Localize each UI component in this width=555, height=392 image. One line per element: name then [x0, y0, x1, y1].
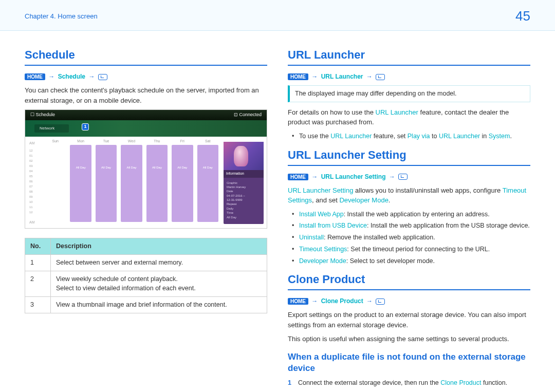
page-header: Chapter 4. Home screen 45	[0, 0, 555, 31]
clone-p1: Export settings on the product to an ext…	[288, 310, 530, 330]
mock-info-panel: Information Graphic Martin Harvey Date 0…	[224, 142, 264, 224]
breadcrumb-link: URL Launcher Setting	[321, 173, 386, 180]
list-item: To use the URL Launcher feature, set Pla…	[294, 132, 530, 141]
note-box: The displayed image may differ depending…	[288, 85, 530, 102]
clone-breadcrumb: HOME → Clone Product →	[288, 296, 530, 306]
table-row: 2 View weekly schedule of content playba…	[25, 271, 267, 297]
url-setting-list: Install Web App: Install the web applica…	[288, 210, 530, 266]
arrow-icon: →	[366, 73, 373, 80]
clone-heading: Clone Product	[288, 271, 530, 290]
mock-am-top: AM	[29, 141, 35, 146]
mock-status: ⊡ Connected	[234, 111, 262, 119]
clone-steps: 1 Connect the external storage device, t…	[288, 378, 530, 388]
list-item: 1 Connect the external storage device, t…	[288, 378, 530, 388]
description-table: No. Description 1 Select between server …	[25, 238, 267, 313]
clone-subheading: When a duplicate file is not found on th…	[288, 351, 530, 374]
content-area: Schedule HOME → Schedule → You can check…	[0, 31, 555, 392]
mock-info-text: Graphic Martin Harvey Date 04-07-2016 ~ …	[224, 178, 264, 223]
url-launcher-p1: For details on how to use the URL Launch…	[288, 107, 530, 127]
chapter-title: Chapter 4. Home screen	[25, 11, 98, 22]
th-desc: Description	[51, 238, 267, 255]
breadcrumb-link: Clone Product	[321, 297, 363, 305]
list-item: Developer Mode: Select to set developer …	[294, 256, 530, 266]
enter-icon	[376, 298, 385, 305]
arrow-icon: →	[311, 173, 318, 180]
url-setting-p1: URL Launcher Setting allows you to insta…	[288, 185, 530, 206]
enter-icon	[98, 74, 107, 80]
callout-1: 1	[82, 123, 89, 130]
url-launcher-heading: URL Launcher	[288, 46, 530, 66]
arrow-icon: →	[311, 297, 318, 305]
list-item: Install from USB Device: Install the web…	[294, 221, 530, 231]
mock-grid: All Day All Day All Day All Day All Day …	[43, 141, 220, 224]
mock-am-bot: AM	[29, 220, 35, 226]
home-chip: HOME	[288, 73, 308, 80]
breadcrumb-link: URL Launcher	[321, 73, 363, 80]
arrow-icon: →	[48, 73, 54, 80]
mock-title: ☐ Schedule	[30, 111, 55, 119]
schedule-breadcrumb: HOME → Schedule →	[25, 72, 267, 81]
mock-network-tab: Network	[34, 124, 69, 133]
arrow-icon: →	[311, 73, 318, 80]
breadcrumb-link: Schedule	[58, 73, 85, 80]
arrow-icon: →	[389, 173, 395, 180]
mock-info-title: Information	[224, 170, 264, 178]
schedule-intro: You can check the content's playback sch…	[25, 85, 267, 105]
url-setting-breadcrumb: HOME → URL Launcher Setting →	[288, 172, 530, 181]
enter-icon	[376, 74, 385, 80]
list-item: Install Web App: Install the web applica…	[294, 210, 530, 219]
mock-thumbnail	[224, 142, 264, 170]
right-column: URL Launcher HOME → URL Launcher → The d…	[288, 46, 530, 390]
left-column: Schedule HOME → Schedule → You can check…	[25, 46, 267, 390]
home-chip: HOME	[288, 174, 308, 180]
th-no: No.	[25, 238, 51, 255]
url-launcher-breadcrumb: HOME → URL Launcher →	[288, 72, 530, 81]
schedule-heading: Schedule	[25, 46, 267, 66]
clone-p2: This option is useful when assigning the…	[288, 334, 530, 344]
arrow-icon: →	[88, 73, 95, 80]
home-chip: HOME	[25, 73, 45, 80]
page-number: 45	[515, 6, 530, 26]
table-row: 1 Select between server and external mem…	[25, 254, 267, 271]
list-item: Timeout Settings: Set the timeout period…	[294, 245, 530, 254]
list-item: Uninstall: Remove the installed web appl…	[294, 233, 530, 242]
url-setting-heading: URL Launcher Setting	[288, 146, 530, 166]
arrow-icon: →	[366, 297, 373, 305]
enter-icon	[398, 174, 408, 180]
home-chip: HOME	[288, 298, 308, 305]
table-row: 3 View a thumbnail image and brief infor…	[25, 297, 267, 313]
schedule-screenshot: ☐ Schedule ⊡ Connected Network 1 2 3 Sun…	[25, 109, 267, 229]
mock-hours: 12010203040506070809101112	[29, 148, 33, 215]
